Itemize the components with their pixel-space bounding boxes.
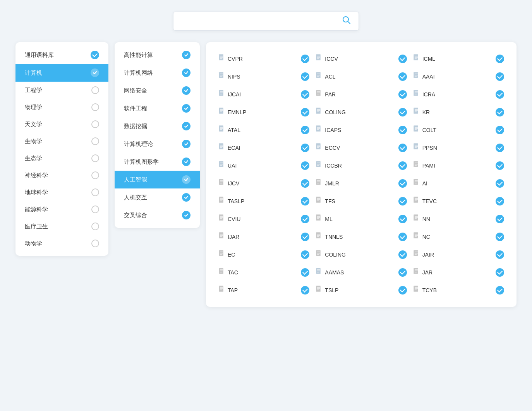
journal-item-tcyb[interactable]: TCYB (410, 281, 507, 299)
journal-item-iccv[interactable]: ICCV (312, 50, 410, 68)
category-label: 工程学 (25, 87, 42, 94)
category-item-engineering[interactable]: 工程学 (15, 82, 108, 99)
journal-item-tfs[interactable]: TFS (312, 192, 410, 210)
journal-item-cviu[interactable]: CVIU (215, 210, 312, 228)
category-item-computer[interactable]: 计算机 (15, 64, 108, 82)
subcat-label: 软件工程 (124, 105, 147, 112)
doc-icon (316, 89, 323, 98)
subcat-check-icon (182, 68, 190, 77)
category-circle-icon (91, 188, 99, 196)
journal-doc-icon (218, 161, 225, 171)
journal-item-pami[interactable]: PAMI (410, 157, 507, 175)
category-item-physics[interactable]: 物理学 (15, 99, 108, 116)
journal-item-tac[interactable]: TAC (215, 264, 312, 281)
journal-check-icon (301, 250, 309, 259)
journal-doc-icon (413, 125, 420, 135)
journal-item-tevc[interactable]: TEVC (410, 192, 507, 210)
journal-check-icon (496, 286, 504, 295)
journal-item-aaai[interactable]: AAAI (410, 68, 507, 86)
doc-icon (218, 143, 225, 151)
subcat-item-datamining[interactable]: 数据挖掘 (115, 117, 200, 135)
subcat-item-hpc[interactable]: 高性能计算 (115, 46, 200, 64)
journal-item-tap[interactable]: TAP (215, 281, 312, 299)
category-item-biology[interactable]: 生物学 (15, 133, 108, 150)
category-label: 天文学 (25, 121, 42, 128)
subcat-check-icon (182, 104, 190, 113)
category-item-ecology[interactable]: 生态学 (15, 150, 108, 167)
search-button[interactable] (341, 16, 352, 26)
subcat-item-software[interactable]: 软件工程 (115, 99, 200, 117)
journal-item-cvpr[interactable]: CVPR (215, 50, 312, 68)
journal-name: ICCV (325, 56, 396, 62)
journal-item-coling2[interactable]: COLING (312, 246, 410, 264)
journal-name: COLING (325, 109, 396, 115)
doc-icon (413, 72, 420, 80)
journal-item-ec[interactable]: EC (215, 246, 312, 264)
journal-item-ijar[interactable]: IJAR (215, 228, 312, 246)
subcat-item-ai[interactable]: 人工智能 (115, 171, 200, 188)
journal-name: COLING (325, 252, 396, 258)
category-item-neuroscience[interactable]: 神经科学 (15, 167, 108, 184)
journal-check-icon (398, 250, 407, 259)
journal-name: AAMAS (325, 269, 396, 276)
category-item-general[interactable]: 通用语料库 (15, 46, 108, 64)
category-item-earth[interactable]: 地球科学 (15, 184, 108, 201)
category-label: 医疗卫生 (25, 223, 48, 230)
journal-item-tnnls[interactable]: TNNLS (312, 228, 410, 246)
journal-item-uai[interactable]: UAI (215, 157, 312, 175)
doc-icon (413, 107, 420, 116)
journal-item-kr[interactable]: KR (410, 103, 507, 121)
journal-item-acl[interactable]: ACL (312, 68, 410, 86)
journal-item-colt[interactable]: COLT (410, 121, 507, 139)
subcat-label: 交叉综合 (124, 212, 147, 219)
subcat-item-hci[interactable]: 人机交互 (115, 188, 200, 206)
subcat-check-icon (182, 51, 190, 59)
journal-item-ppsn[interactable]: PPSN (410, 139, 507, 157)
journal-name: ICML (422, 56, 493, 62)
journal-item-aamas[interactable]: AAMAS (312, 264, 410, 281)
category-item-zoology[interactable]: 动物学 (15, 235, 108, 252)
category-item-astronomy[interactable]: 天文学 (15, 116, 108, 133)
journal-item-nc[interactable]: NC (410, 228, 507, 246)
subcat-label: 计算机网络 (124, 69, 153, 77)
journal-item-emnlp[interactable]: EMNLP (215, 103, 312, 121)
journal-item-ijcv[interactable]: IJCV (215, 175, 312, 192)
doc-icon (316, 72, 323, 80)
journal-check-icon (301, 108, 309, 116)
journal-item-icaps[interactable]: ICAPS (312, 121, 410, 139)
journal-name: ICRA (422, 91, 493, 98)
search-input[interactable] (180, 18, 341, 25)
journal-doc-icon (413, 107, 420, 117)
journal-item-ijcai[interactable]: IJCAI (215, 86, 312, 103)
journal-item-taslp[interactable]: TASLP (215, 192, 312, 210)
journal-item-nn[interactable]: NN (410, 210, 507, 228)
journal-item-tslp[interactable]: TSLP (312, 281, 410, 299)
journal-doc-icon (413, 72, 420, 82)
journal-item-coling1[interactable]: COLING (312, 103, 410, 121)
journal-item-icml[interactable]: ICML (410, 50, 507, 68)
subcat-item-cross[interactable]: 交叉综合 (115, 206, 200, 224)
journal-item-ecai[interactable]: ECAI (215, 139, 312, 157)
journal-item-ml[interactable]: ML (312, 210, 410, 228)
journal-item-par[interactable]: PAR (312, 86, 410, 103)
journal-item-ai[interactable]: AI (410, 175, 507, 192)
subcat-item-security[interactable]: 网络安全 (115, 82, 200, 99)
journal-item-jar[interactable]: JAR (410, 264, 507, 281)
journal-doc-icon (316, 178, 323, 188)
svg-line-1 (348, 22, 350, 24)
journal-check-icon (398, 108, 407, 116)
journal-item-nips[interactable]: NIPS (215, 68, 312, 86)
subcat-item-theory[interactable]: 计算机理论 (115, 135, 200, 153)
journal-item-jmlr[interactable]: JMLR (312, 175, 410, 192)
journal-item-eccv[interactable]: ECCV (312, 139, 410, 157)
journal-item-icra[interactable]: ICRA (410, 86, 507, 103)
journal-item-jair[interactable]: JAIR (410, 246, 507, 264)
journal-item-iccbr[interactable]: ICCBR (312, 157, 410, 175)
category-item-medical[interactable]: 医疗卫生 (15, 218, 108, 235)
subcat-item-network[interactable]: 计算机网络 (115, 64, 200, 82)
category-item-energy[interactable]: 能源科学 (15, 201, 108, 218)
subcat-item-graphics[interactable]: 计算机图形学 (115, 153, 200, 171)
journal-item-atal[interactable]: ATAL (215, 121, 312, 139)
journal-doc-icon (316, 285, 323, 295)
journal-doc-icon (316, 232, 323, 242)
